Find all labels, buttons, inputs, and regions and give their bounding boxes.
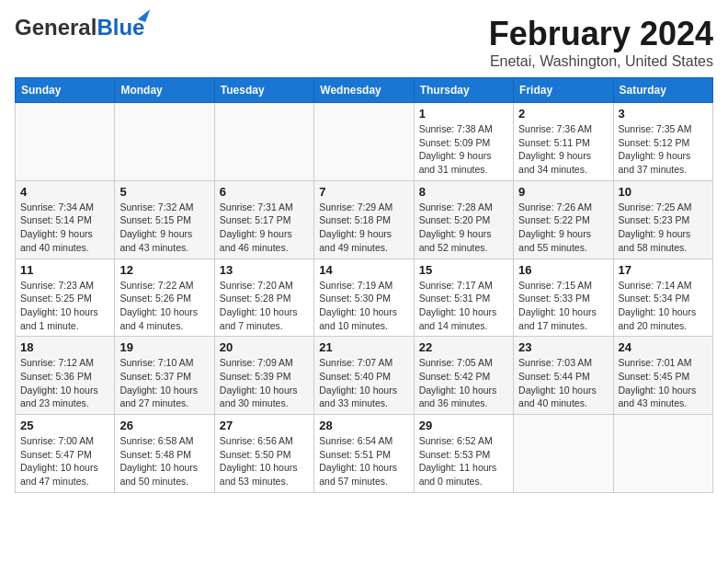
day-cell: 20Sunrise: 7:09 AMSunset: 5:39 PMDayligh… [214,337,313,415]
week-row-4: 18Sunrise: 7:12 AMSunset: 5:36 PMDayligh… [16,337,713,415]
day-cell: 8Sunrise: 7:28 AMSunset: 5:20 PMDaylight… [414,180,513,259]
day-number: 6 [220,185,309,199]
day-number: 20 [220,340,309,354]
day-number: 29 [419,419,508,432]
day-number: 19 [119,340,209,354]
day-number: 5 [119,185,209,199]
day-number: 18 [20,340,109,354]
day-info: Sunrise: 7:00 AMSunset: 5:47 PMDaylight:… [20,434,109,488]
day-number: 23 [518,340,608,354]
col-header-saturday: Saturday [613,78,712,103]
day-cell: 27Sunrise: 6:56 AMSunset: 5:50 PMDayligh… [214,415,313,493]
day-number: 28 [319,419,408,432]
day-info: Sunrise: 7:19 AMSunset: 5:30 PMDaylight:… [319,279,408,333]
day-cell: 16Sunrise: 7:15 AMSunset: 5:33 PMDayligh… [514,259,613,337]
day-info: Sunrise: 7:17 AMSunset: 5:31 PMDaylight:… [419,279,508,333]
day-number: 4 [20,185,109,199]
day-info: Sunrise: 7:20 AMSunset: 5:28 PMDaylight:… [220,279,309,333]
col-header-tuesday: Tuesday [214,78,313,103]
day-info: Sunrise: 7:32 AMSunset: 5:15 PMDaylight:… [119,201,209,255]
day-cell: 3Sunrise: 7:35 AMSunset: 5:12 PMDaylight… [613,103,712,181]
day-cell [214,103,313,181]
day-cell: 5Sunrise: 7:32 AMSunset: 5:15 PMDaylight… [115,180,214,259]
col-header-friday: Friday [514,78,613,103]
day-info: Sunrise: 7:28 AMSunset: 5:20 PMDaylight:… [419,201,508,255]
day-cell: 25Sunrise: 7:00 AMSunset: 5:47 PMDayligh… [16,415,115,493]
day-cell: 2Sunrise: 7:36 AMSunset: 5:11 PMDaylight… [514,103,613,181]
day-info: Sunrise: 7:29 AMSunset: 5:18 PMDaylight:… [319,201,408,255]
day-info: Sunrise: 7:05 AMSunset: 5:42 PMDaylight:… [419,356,508,410]
day-number: 11 [20,263,109,277]
day-cell: 23Sunrise: 7:03 AMSunset: 5:44 PMDayligh… [514,337,613,415]
day-info: Sunrise: 7:31 AMSunset: 5:17 PMDaylight:… [220,201,309,255]
day-number: 17 [619,263,708,277]
day-number: 25 [20,419,109,432]
day-info: Sunrise: 7:25 AMSunset: 5:23 PMDaylight:… [619,201,708,255]
day-number: 15 [419,263,508,277]
day-info: Sunrise: 7:14 AMSunset: 5:34 PMDaylight:… [619,279,708,333]
day-cell: 24Sunrise: 7:01 AMSunset: 5:45 PMDayligh… [613,337,712,415]
day-info: Sunrise: 7:03 AMSunset: 5:44 PMDaylight:… [518,356,608,410]
col-header-thursday: Thursday [414,78,513,103]
day-number: 2 [518,107,608,121]
day-info: Sunrise: 7:35 AMSunset: 5:12 PMDaylight:… [619,122,708,177]
day-cell: 22Sunrise: 7:05 AMSunset: 5:42 PMDayligh… [414,337,513,415]
day-info: Sunrise: 7:38 AMSunset: 5:09 PMDaylight:… [419,122,508,177]
day-number: 14 [319,263,408,277]
day-cell: 1Sunrise: 7:38 AMSunset: 5:09 PMDaylight… [414,103,513,181]
day-cell [314,103,414,181]
month-title: February 2024 [489,15,713,53]
day-cell: 14Sunrise: 7:19 AMSunset: 5:30 PMDayligh… [314,259,414,337]
day-info: Sunrise: 6:58 AMSunset: 5:48 PMDaylight:… [119,434,209,488]
day-info: Sunrise: 6:56 AMSunset: 5:50 PMDaylight:… [220,434,309,488]
header: GeneralBlue February 2024 Enetai, Washin… [15,15,713,70]
day-number: 9 [518,185,608,199]
logo: GeneralBlue [15,15,144,40]
day-cell: 4Sunrise: 7:34 AMSunset: 5:14 PMDaylight… [16,180,115,259]
day-number: 13 [220,263,309,277]
day-info: Sunrise: 6:54 AMSunset: 5:51 PMDaylight:… [319,434,408,488]
day-info: Sunrise: 7:01 AMSunset: 5:45 PMDaylight:… [619,356,708,410]
week-row-5: 25Sunrise: 7:00 AMSunset: 5:47 PMDayligh… [16,415,713,493]
day-cell: 9Sunrise: 7:26 AMSunset: 5:22 PMDaylight… [514,180,613,259]
day-cell [613,415,712,493]
day-info: Sunrise: 7:15 AMSunset: 5:33 PMDaylight:… [518,279,608,333]
calendar-header-row: SundayMondayTuesdayWednesdayThursdayFrid… [16,78,713,103]
day-number: 3 [619,107,708,121]
day-cell: 18Sunrise: 7:12 AMSunset: 5:36 PMDayligh… [16,337,115,415]
day-number: 12 [119,263,209,277]
day-cell: 6Sunrise: 7:31 AMSunset: 5:17 PMDaylight… [214,180,313,259]
title-area: February 2024 Enetai, Washington, United… [489,15,713,70]
day-number: 10 [619,185,708,199]
day-number: 26 [119,419,209,432]
day-cell: 11Sunrise: 7:23 AMSunset: 5:25 PMDayligh… [16,259,115,337]
logo-triangle-icon [138,6,151,22]
col-header-sunday: Sunday [16,78,115,103]
day-cell: 29Sunrise: 6:52 AMSunset: 5:53 PMDayligh… [414,415,513,493]
logo-general: General [15,15,97,40]
day-info: Sunrise: 7:26 AMSunset: 5:22 PMDaylight:… [518,201,608,255]
day-number: 8 [419,185,508,199]
day-number: 1 [419,107,508,121]
col-header-wednesday: Wednesday [314,78,414,103]
col-header-monday: Monday [115,78,214,103]
day-number: 27 [220,419,309,432]
day-number: 21 [319,340,408,354]
day-cell: 13Sunrise: 7:20 AMSunset: 5:28 PMDayligh… [214,259,313,337]
day-info: Sunrise: 7:10 AMSunset: 5:37 PMDaylight:… [119,356,209,410]
day-info: Sunrise: 7:09 AMSunset: 5:39 PMDaylight:… [220,356,309,410]
calendar: SundayMondayTuesdayWednesdayThursdayFrid… [15,77,713,493]
day-number: 24 [619,340,708,354]
day-cell [514,415,613,493]
location-title: Enetai, Washington, United States [489,53,713,70]
day-info: Sunrise: 7:23 AMSunset: 5:25 PMDaylight:… [20,279,109,333]
day-cell [115,103,214,181]
day-cell [16,103,115,181]
day-cell: 10Sunrise: 7:25 AMSunset: 5:23 PMDayligh… [613,180,712,259]
week-row-2: 4Sunrise: 7:34 AMSunset: 5:14 PMDaylight… [16,180,713,259]
day-number: 7 [319,185,408,199]
day-number: 16 [518,263,608,277]
day-cell: 19Sunrise: 7:10 AMSunset: 5:37 PMDayligh… [115,337,214,415]
day-cell: 28Sunrise: 6:54 AMSunset: 5:51 PMDayligh… [314,415,414,493]
day-info: Sunrise: 7:34 AMSunset: 5:14 PMDaylight:… [20,201,109,255]
